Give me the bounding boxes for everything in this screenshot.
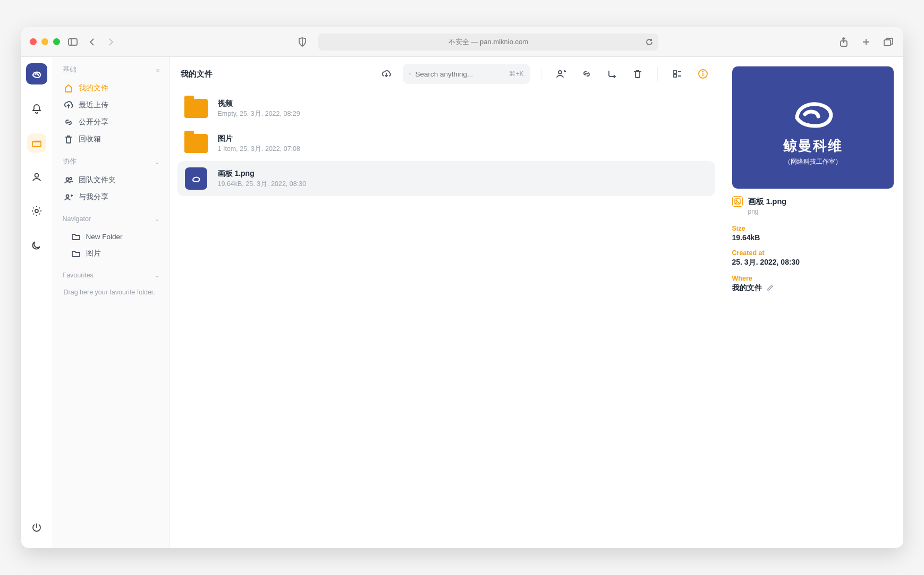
reload-icon[interactable] <box>646 38 653 46</box>
folder-icon <box>184 131 208 156</box>
topbar: 我的文件 ⌘+K <box>170 57 723 91</box>
file-row-folder[interactable]: 视频 Empty, 25. 3月. 2022, 08:29 <box>177 91 715 126</box>
cloud-download-icon[interactable] <box>377 65 395 83</box>
move-icon[interactable] <box>603 65 621 83</box>
collapse-sidebar-icon[interactable]: « <box>156 66 160 74</box>
edit-location-icon[interactable] <box>766 284 774 292</box>
files-icon[interactable] <box>27 133 46 153</box>
svg-point-29 <box>702 72 703 72</box>
svg-point-14 <box>66 195 69 198</box>
image-icon <box>732 196 743 207</box>
where-label: Where <box>732 275 894 282</box>
main-panel: 我的文件 ⌘+K <box>170 57 723 548</box>
chevron-down-icon[interactable]: ⌄ <box>155 158 160 166</box>
browser-window: 不安全 — pan.miknio.com <box>21 27 903 548</box>
search-input[interactable] <box>415 70 505 78</box>
page-title: 我的文件 <box>181 69 213 79</box>
svg-point-9 <box>35 174 39 177</box>
app-logo[interactable] <box>26 63 47 84</box>
sidebar-item-trash[interactable]: 回收箱 <box>58 131 164 148</box>
sidebar-item-label: 与我分享 <box>79 192 108 202</box>
tabs-icon[interactable] <box>882 36 895 48</box>
sidebar-section-collab: 协作 <box>63 157 77 166</box>
svg-rect-7 <box>884 40 891 46</box>
sidebar: 基础 « 我的文件 最近上传 公开分享 回收箱 协作 <box>53 57 170 548</box>
navigator-item-pictures[interactable]: 图片 <box>58 245 164 262</box>
svg-rect-23 <box>674 71 676 73</box>
search-icon <box>409 70 411 78</box>
sidebar-item-public-share[interactable]: 公开分享 <box>58 114 164 131</box>
address-text: 不安全 — pan.miknio.com <box>448 37 528 47</box>
svg-rect-24 <box>674 74 676 77</box>
svg-point-31 <box>736 200 737 201</box>
info-icon[interactable] <box>694 65 712 83</box>
file-row-image[interactable]: 画板 1.png 19.64kB, 25. 3月. 2022, 08:30 <box>177 161 715 196</box>
share-icon[interactable] <box>837 36 850 48</box>
sidebar-item-label: 公开分享 <box>79 117 108 127</box>
sidebar-toggle-icon[interactable] <box>66 36 79 48</box>
file-subtitle: Empty, 25. 3月. 2022, 08:29 <box>218 109 300 119</box>
nav-rail <box>21 57 53 548</box>
file-name: 画板 1.png <box>218 169 307 179</box>
add-user-icon[interactable] <box>552 65 570 83</box>
svg-point-19 <box>558 71 562 74</box>
sidebar-item-my-files[interactable]: 我的文件 <box>58 80 164 97</box>
delete-icon[interactable] <box>629 65 647 83</box>
back-button[interactable] <box>86 36 98 48</box>
navigator-item-new-folder[interactable]: New Folder <box>58 228 164 245</box>
traffic-lights <box>30 38 60 45</box>
close-window-button[interactable] <box>30 38 37 45</box>
chevron-down-icon[interactable]: ⌄ <box>155 272 160 279</box>
divider <box>657 67 658 81</box>
svg-line-18 <box>410 74 411 75</box>
new-tab-icon[interactable] <box>860 36 872 48</box>
svg-point-17 <box>409 73 410 74</box>
where-value: 我的文件 <box>732 283 762 293</box>
file-name: 视频 <box>218 99 300 108</box>
search-shortcut: ⌘+K <box>509 70 523 78</box>
favourites-empty-text: Drag here your favourite folder. <box>58 284 164 300</box>
address-bar[interactable]: 不安全 — pan.miknio.com <box>318 33 658 50</box>
preview-title: 鲸曼科维 <box>783 137 843 155</box>
file-row-folder[interactable]: 图片 1 Item, 25. 3月. 2022, 07:08 <box>177 126 715 161</box>
sidebar-item-label: 最近上传 <box>79 100 108 110</box>
created-value: 25. 3月. 2022, 08:30 <box>732 258 894 267</box>
folder-icon <box>184 96 208 121</box>
profile-icon[interactable] <box>27 167 46 187</box>
chevron-down-icon[interactable]: ⌄ <box>155 215 160 223</box>
size-label: Size <box>732 225 894 232</box>
sidebar-section-basic: 基础 <box>63 65 77 74</box>
details-panel: 鲸曼科维 （网络科技工作室） 画板 1.png png Size 19.64kB… <box>723 57 903 548</box>
link-icon[interactable] <box>578 65 596 83</box>
size-value: 19.64kB <box>732 233 894 242</box>
view-toggle-icon[interactable] <box>668 65 686 83</box>
file-subtitle: 1 Item, 25. 3月. 2022, 07:08 <box>218 145 300 154</box>
sidebar-item-recent-upload[interactable]: 最近上传 <box>58 97 164 114</box>
divider <box>541 67 541 81</box>
svg-point-12 <box>66 178 69 181</box>
notifications-icon[interactable] <box>27 99 46 119</box>
preview-subtitle: （网络科技工作室） <box>784 157 842 166</box>
sidebar-item-team-folders[interactable]: 团队文件夹 <box>58 172 164 189</box>
created-label: Created at <box>732 249 894 257</box>
file-list: 视频 Empty, 25. 3月. 2022, 08:29 图片 1 Item,… <box>170 91 723 196</box>
forward-button[interactable] <box>105 36 117 48</box>
settings-icon[interactable] <box>27 201 46 221</box>
sidebar-item-shared-with-me[interactable]: 与我分享 <box>58 189 164 206</box>
navigator-item-label: New Folder <box>86 233 123 241</box>
svg-rect-0 <box>69 39 77 45</box>
file-preview: 鲸曼科维 （网络科技工作室） <box>732 66 894 189</box>
sidebar-section-favourites: Favourites <box>63 272 94 279</box>
image-thumbnail <box>184 166 208 191</box>
svg-point-10 <box>35 209 38 213</box>
navigator-item-label: 图片 <box>86 249 101 258</box>
minimize-window-button[interactable] <box>41 38 48 45</box>
sidebar-item-label: 回收箱 <box>79 134 101 144</box>
shield-icon[interactable] <box>296 36 309 48</box>
dark-mode-icon[interactable] <box>27 235 46 255</box>
sidebar-item-label: 我的文件 <box>79 83 108 93</box>
search-box[interactable]: ⌘+K <box>403 64 530 84</box>
maximize-window-button[interactable] <box>53 38 60 45</box>
svg-point-13 <box>70 177 72 180</box>
power-icon[interactable] <box>27 518 46 537</box>
